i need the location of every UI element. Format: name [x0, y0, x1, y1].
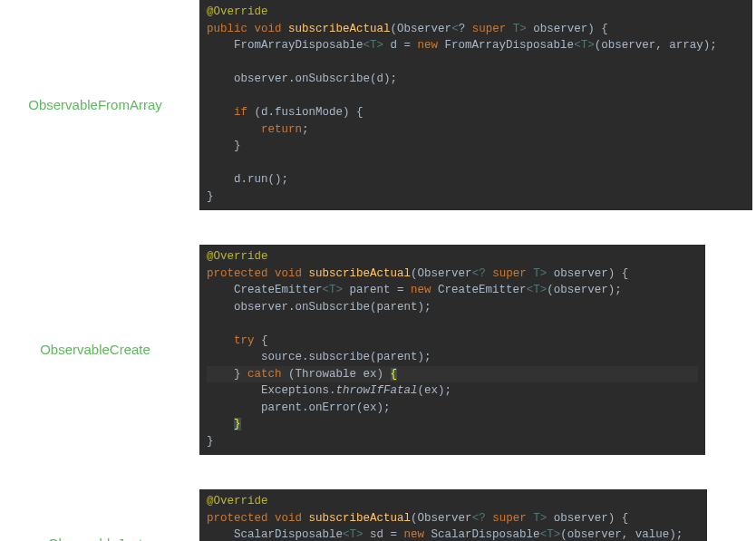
generic2: T> [527, 267, 548, 280]
generic: <T> [363, 39, 384, 52]
stmt-onerror: parent.onError(ex); [261, 401, 391, 414]
code-block-from-array: @Override public void subscribeActual(Ob… [199, 0, 752, 210]
generic2: T> [527, 512, 548, 525]
generic2: <T> [540, 528, 561, 541]
kw-catch: catch [247, 368, 282, 381]
code-col-from-array: @Override public void subscribeActual(Ob… [199, 0, 756, 210]
ctor-name: ScalarDisposable [424, 528, 540, 541]
param-type: Observer [397, 23, 451, 35]
kw-super: super [472, 23, 507, 35]
param-rest: observer) { [547, 267, 628, 280]
matched-brace-open: { [391, 368, 398, 381]
generic: <? [472, 267, 493, 280]
kw-return: return [261, 123, 302, 136]
close-try: } [234, 368, 247, 381]
kw-void: void [255, 23, 282, 35]
semi: ; [302, 123, 309, 136]
matched-brace-close: } [234, 418, 241, 430]
code-col-just: @Override protected void subscribeActual… [199, 489, 756, 541]
label-observable-from-array: ObservableFromArray [0, 96, 199, 114]
section-observable-just: ObservableJust @Override protected void … [0, 489, 756, 541]
wildcard: ? [459, 23, 466, 35]
generic: <? [472, 512, 493, 525]
highlighted-line: } catch (Throwable ex) { [207, 366, 698, 383]
section-observable-create: ObservableCreate @Override protected voi… [0, 245, 756, 455]
generic: <T> [323, 284, 344, 296]
kw-super: super [492, 267, 527, 280]
call-exceptions: Exceptions. [261, 384, 336, 397]
kw-void: void [275, 512, 302, 525]
if-cond: (d.fusionMode) { [247, 106, 363, 119]
generic-open: < [451, 23, 459, 35]
kw-public: public [207, 23, 247, 35]
ctor-name: FromArrayDisposable [438, 39, 574, 52]
var-decl: d = [383, 39, 418, 52]
annotation-override: @Override [207, 5, 268, 18]
kw-protected: protected [207, 267, 268, 280]
stmt-run: d.run(); [234, 173, 288, 186]
var-decl: sd = [363, 528, 404, 541]
param-type: Observer [418, 512, 472, 525]
try-brace: { [255, 334, 268, 347]
ctor-args: (observer); [547, 284, 622, 296]
ctor-name: CreateEmitter [431, 284, 527, 296]
method-name: subscribeActual [309, 267, 412, 280]
code-block-create: @Override protected void subscribeActual… [199, 245, 705, 455]
generic2: <T> [574, 39, 595, 52]
param-rest: observer) { [527, 23, 608, 35]
section-observable-from-array: ObservableFromArray @Override public voi… [0, 0, 756, 210]
var-decl: parent = [343, 284, 411, 296]
method-name: subscribeActual [288, 23, 391, 35]
close-brace: } [234, 140, 241, 152]
stmt-onsubscribe: observer.onSubscribe(d); [234, 72, 397, 85]
param-rest: observer) { [547, 512, 628, 525]
ctor-args: (observer, array); [595, 39, 717, 52]
static-method: throwIfFatal [336, 384, 418, 397]
stmt-onsubscribe: observer.onSubscribe(parent); [234, 301, 431, 314]
catch-param: (Throwable ex) [282, 368, 391, 381]
local-type: ScalarDisposable [234, 528, 343, 541]
stmt-subscribe: source.subscribe(parent); [261, 351, 431, 363]
generic: <T> [343, 528, 363, 541]
kw-protected: protected [207, 512, 268, 525]
annotation-override: @Override [207, 495, 268, 507]
annotation-override: @Override [207, 250, 268, 263]
generic2: <T> [527, 284, 548, 296]
method-close: } [207, 435, 214, 448]
kw-super: super [492, 512, 527, 525]
kw-new: new [411, 284, 431, 296]
code-col-create: @Override protected void subscribeActual… [199, 245, 756, 455]
method-close: } [207, 190, 214, 203]
kw-void: void [275, 267, 302, 280]
label-observable-create: ObservableCreate [0, 341, 199, 359]
generic-close: > [519, 23, 527, 35]
kw-new: new [418, 39, 439, 52]
method-name: subscribeActual [309, 512, 412, 525]
label-observable-just: ObservableJust [0, 535, 199, 541]
local-type: FromArrayDisposable [234, 39, 363, 52]
call-args: (ex); [418, 384, 452, 397]
kw-if: if [234, 106, 247, 119]
kw-new: new [404, 528, 425, 541]
param-type: Observer [418, 267, 472, 280]
ctor-args: (observer, value); [560, 528, 683, 541]
code-block-just: @Override protected void subscribeActual… [199, 489, 707, 541]
local-type: CreateEmitter [234, 284, 323, 296]
kw-try: try [234, 334, 255, 347]
